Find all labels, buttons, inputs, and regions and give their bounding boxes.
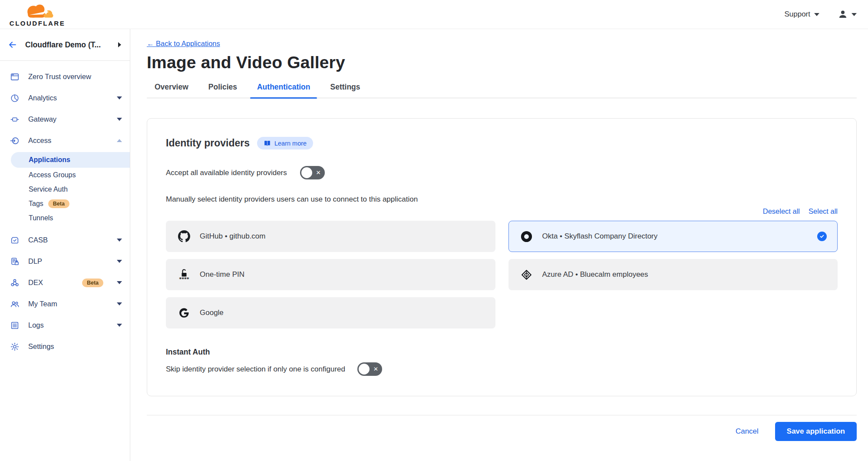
learn-more-label: Learn more: [274, 140, 307, 147]
sidebar-item-label: DEX: [28, 279, 74, 287]
sidebar-item-label: Tags: [29, 200, 43, 208]
casb-icon: [10, 235, 20, 245]
toggle-knob: [359, 364, 370, 375]
provider-grid: GitHub • github.com Okta • Skyflash Comp…: [166, 221, 838, 328]
accept-all-toggle[interactable]: ✕: [300, 166, 325, 179]
sidebar-nav: Zero Trust overview Analytics Gateway: [0, 61, 130, 357]
back-to-applications-link[interactable]: ← Back to Applications: [147, 40, 220, 48]
okta-icon: [520, 231, 533, 242]
access-sub-menu: Applications Access Groups Service Auth …: [0, 151, 130, 229]
sidebar-item-casb[interactable]: CASB: [0, 229, 130, 251]
tab-overview[interactable]: Overview: [155, 83, 188, 92]
instant-auth-label: Skip identity provider selection if only…: [166, 365, 345, 374]
chevron-down-icon[interactable]: [117, 324, 122, 327]
sidebar-item-tunnels[interactable]: Tunnels: [0, 211, 130, 225]
github-icon: [178, 230, 191, 242]
sidebar-item-zero-trust-overview[interactable]: Zero Trust overview: [0, 66, 130, 87]
sidebar-item-label: Settings: [28, 342, 122, 351]
back-arrow-icon[interactable]: [8, 40, 17, 50]
selected-check-icon: [817, 232, 827, 241]
chevron-down-icon[interactable]: [117, 239, 122, 242]
one-time-pin-icon: ****: [178, 268, 191, 281]
chevron-down-icon[interactable]: [117, 118, 122, 121]
sidebar-item-access[interactable]: Access: [0, 130, 130, 151]
provider-name: Azure AD • Bluecalm employees: [542, 270, 648, 279]
book-icon: [264, 139, 271, 147]
beta-badge: Beta: [82, 279, 103, 287]
tab-bar: Overview Policies Authentication Setting…: [147, 83, 857, 98]
learn-more-badge[interactable]: Learn more: [257, 137, 313, 149]
sidebar-item-gateway[interactable]: Gateway: [0, 109, 130, 130]
tab-policies[interactable]: Policies: [208, 83, 237, 92]
sidebar: Cloudflare Demo (T... Zero Trust overvie…: [0, 29, 130, 461]
chevron-down-icon: [814, 13, 819, 16]
sidebar-item-service-auth[interactable]: Service Auth: [0, 182, 130, 196]
provider-card-google[interactable]: Google: [166, 297, 495, 328]
provider-name: Okta • Skyflash Company Directory: [542, 232, 658, 241]
sidebar-item-dlp[interactable]: DLP: [0, 251, 130, 272]
sidebar-item-label: Access Groups: [29, 171, 76, 179]
toggle-off-x-icon: ✕: [373, 366, 378, 372]
select-all-link[interactable]: Select all: [809, 207, 838, 216]
chevron-down-icon[interactable]: [117, 96, 122, 99]
svg-text:****: ****: [179, 276, 189, 282]
chevron-down-icon[interactable]: [117, 281, 122, 284]
manual-select-label: Manually select identity providers users…: [166, 195, 838, 204]
chevron-right-icon[interactable]: [118, 42, 121, 47]
tab-authentication[interactable]: Authentication: [257, 83, 310, 92]
account-switcher[interactable]: Cloudflare Demo (T...: [0, 29, 130, 61]
toggle-off-x-icon: ✕: [316, 170, 320, 176]
sidebar-item-my-team[interactable]: My Team: [0, 293, 130, 315]
sidebar-item-label: Service Auth: [29, 186, 68, 193]
chevron-up-icon[interactable]: [117, 139, 122, 142]
provider-name: One-time PIN: [200, 270, 244, 279]
sidebar-item-label: Zero Trust overview: [28, 73, 122, 81]
main-content: ← Back to Applications Image and Video G…: [130, 29, 868, 461]
analytics-icon: [10, 93, 20, 103]
accept-all-label: Accept all available identity providers: [166, 169, 287, 177]
tab-settings[interactable]: Settings: [330, 83, 360, 92]
sidebar-item-access-groups[interactable]: Access Groups: [0, 168, 130, 182]
cloudflare-logo[interactable]: CLOUDFLARE: [10, 2, 65, 27]
sidebar-item-label: DLP: [28, 257, 109, 265]
sidebar-item-label: Logs: [28, 321, 109, 329]
team-icon: [10, 299, 20, 309]
sidebar-item-tags[interactable]: Tags Beta: [0, 196, 130, 211]
top-bar: CLOUDFLARE Support: [0, 0, 868, 29]
provider-card-okta[interactable]: Okta • Skyflash Company Directory: [508, 221, 838, 252]
beta-badge: Beta: [48, 199, 69, 208]
sidebar-item-settings[interactable]: Settings: [0, 336, 130, 357]
instant-auth-heading: Instant Auth: [166, 348, 838, 357]
cloudflare-cloud-icon: [17, 2, 58, 20]
sidebar-item-logs[interactable]: Logs: [0, 315, 130, 336]
dex-icon: [10, 278, 20, 288]
provider-card-github[interactable]: GitHub • github.com: [166, 221, 495, 252]
provider-card-azure-ad[interactable]: Azure AD • Bluecalm employees: [508, 259, 838, 290]
account-menu[interactable]: [838, 9, 857, 20]
support-menu[interactable]: Support: [784, 10, 819, 19]
sidebar-item-applications[interactable]: Applications: [11, 152, 130, 168]
page-title: Image and Video Gallery: [147, 53, 857, 72]
access-icon: [10, 136, 20, 146]
chevron-down-icon[interactable]: [117, 260, 122, 263]
sidebar-item-label: Access: [28, 136, 109, 145]
footer-divider: [147, 415, 857, 415]
sidebar-item-label: CASB: [28, 236, 109, 244]
identity-providers-card: Identity providers Learn more Accept all…: [147, 118, 857, 396]
provider-card-one-time-pin[interactable]: **** One-time PIN: [166, 259, 495, 290]
provider-name: GitHub • github.com: [200, 232, 265, 241]
chevron-down-icon: [851, 13, 857, 16]
chevron-down-icon[interactable]: [117, 302, 122, 305]
gateway-icon: [10, 114, 20, 125]
instant-auth-toggle[interactable]: ✕: [357, 362, 382, 376]
sidebar-item-dex[interactable]: DEX Beta: [0, 272, 130, 293]
cancel-button[interactable]: Cancel: [736, 427, 759, 436]
sidebar-item-analytics[interactable]: Analytics: [0, 87, 130, 109]
deselect-all-link[interactable]: Deselect all: [763, 207, 800, 216]
sidebar-item-label: Gateway: [28, 115, 109, 123]
toggle-knob: [301, 167, 312, 178]
save-application-button[interactable]: Save application: [775, 422, 857, 441]
sidebar-item-label: Tunnels: [29, 214, 53, 222]
dlp-icon: [10, 256, 20, 267]
identity-providers-heading: Identity providers: [166, 137, 250, 149]
